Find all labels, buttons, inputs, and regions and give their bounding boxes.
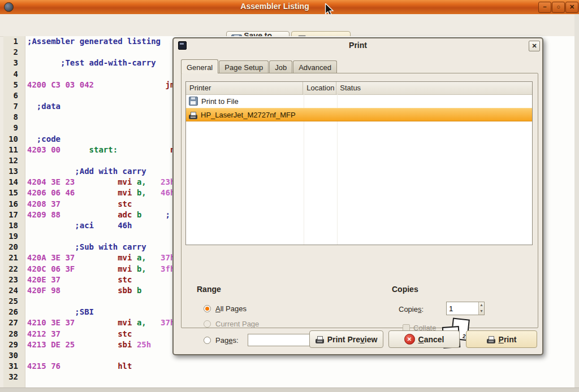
spin-up-icon[interactable]: ▲ bbox=[479, 302, 484, 308]
window-bottom-border bbox=[0, 387, 579, 392]
pages-radio[interactable] bbox=[204, 337, 211, 344]
spin-down-icon[interactable]: ▼ bbox=[479, 308, 484, 315]
copies-value-input[interactable] bbox=[447, 302, 478, 315]
dialog-title: Print bbox=[174, 41, 542, 50]
range-group-title: Range bbox=[197, 285, 221, 294]
print-preview-button[interactable]: Print Preview bbox=[309, 330, 383, 348]
cancel-button[interactable]: Cancel bbox=[388, 330, 460, 348]
save-icon bbox=[189, 97, 198, 106]
copies-spinbox[interactable]: ▲ ▼ bbox=[446, 302, 485, 315]
code-line: 314215 76hlt bbox=[3, 361, 574, 372]
copies-label: Copies: bbox=[399, 305, 424, 313]
minimize-button[interactable]: − bbox=[538, 2, 551, 13]
tab-general[interactable]: General bbox=[181, 59, 218, 73]
printer-list[interactable]: PrinterLocationStatus Print to FileHP_La… bbox=[185, 81, 533, 245]
printer-list-header[interactable]: PrinterLocationStatus bbox=[186, 82, 532, 95]
main-toolbar: Save to file Print bbox=[0, 14, 579, 37]
printer-name: Print to File bbox=[201, 97, 239, 106]
pages-label[interactable]: Pages: bbox=[215, 336, 239, 345]
all-pages-radio[interactable] bbox=[204, 305, 211, 312]
all-pages-label[interactable]: All Pages bbox=[215, 304, 247, 313]
general-tab-panel: PrinterLocationStatus Print to FileHP_La… bbox=[181, 73, 538, 328]
printer-row[interactable]: Print to File bbox=[186, 94, 532, 108]
current-page-radio bbox=[204, 320, 211, 328]
cancel-icon bbox=[404, 334, 415, 345]
column-header-status[interactable]: Status bbox=[336, 82, 532, 94]
maximize-button[interactable]: ○ bbox=[552, 2, 565, 13]
print-button[interactable]: Print bbox=[466, 330, 537, 348]
close-button[interactable]: ✕ bbox=[565, 2, 578, 13]
printer-name: HP_LaserJet_M2727nf_MFP bbox=[201, 111, 296, 119]
printer-icon bbox=[189, 115, 197, 119]
printer-row[interactable]: HP_LaserJet_M2727nf_MFP bbox=[186, 108, 532, 121]
code-line: 32 bbox=[3, 372, 574, 382]
window-right-border bbox=[574, 14, 579, 387]
dialog-close-button[interactable]: ✕ bbox=[529, 41, 540, 51]
dialog-tabs: GeneralPage SetupJobAdvanced bbox=[181, 59, 338, 73]
tab-advanced[interactable]: Advanced bbox=[293, 60, 337, 73]
print-dialog: Print ✕ GeneralPage SetupJobAdvanced Pri… bbox=[172, 37, 543, 355]
window-title: Assembler Listing bbox=[240, 2, 309, 11]
copies-group-title: Copies bbox=[392, 285, 418, 294]
print-preview-icon bbox=[316, 339, 324, 343]
print-icon bbox=[487, 339, 495, 343]
column-header-location[interactable]: Location bbox=[303, 82, 336, 94]
column-header-printer[interactable]: Printer bbox=[186, 82, 303, 94]
current-page-label: Current Page bbox=[215, 320, 259, 328]
window-icon bbox=[4, 2, 14, 12]
tab-page-setup[interactable]: Page Setup bbox=[219, 60, 269, 73]
window-titlebar[interactable]: Assembler Listing − ○ ✕ bbox=[0, 0, 579, 15]
tab-job[interactable]: Job bbox=[269, 60, 292, 73]
